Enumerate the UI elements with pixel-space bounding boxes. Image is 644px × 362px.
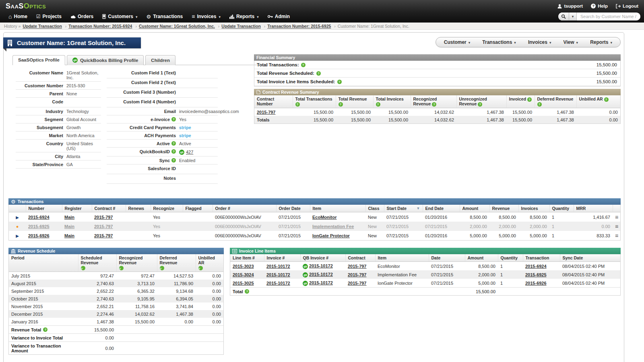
qb-invoice-link[interactable]: 2015-10172 xyxy=(309,272,333,277)
search-options-caret[interactable] xyxy=(569,12,577,21)
nav-transactions[interactable]: Transactions xyxy=(142,12,188,21)
invoice-link[interactable]: 2015-10172 xyxy=(266,281,290,286)
search-input[interactable] xyxy=(577,14,640,19)
help-icon[interactable] xyxy=(171,149,176,154)
help-icon[interactable] xyxy=(198,266,203,270)
breadcrumb-link[interactable]: Transaction Number: 2015-6925 xyxy=(267,24,331,29)
search-button[interactable] xyxy=(558,12,569,21)
line-item-link[interactable]: 2015-3024 xyxy=(233,272,254,277)
help-icon[interactable] xyxy=(478,102,482,107)
help-icon[interactable] xyxy=(81,266,85,270)
register-link[interactable]: Main xyxy=(64,233,74,238)
transaction-number-link[interactable]: 2015-6925 xyxy=(28,224,50,229)
help-icon[interactable] xyxy=(160,266,164,270)
revenue-schedule-section: Revenue Schedule Period Scheduled Revenu… xyxy=(8,248,224,355)
nav-orders[interactable]: Orders xyxy=(66,12,98,21)
quickbooksid-link[interactable]: 427 xyxy=(186,150,193,154)
quickbooks-icon xyxy=(303,264,308,269)
help-icon[interactable] xyxy=(432,102,436,107)
chevron-down-icon xyxy=(610,39,612,45)
field-value: Active xyxy=(179,141,191,146)
transaction-link[interactable]: 2015-6926 xyxy=(525,281,547,286)
contract-link[interactable]: 2015-797 xyxy=(94,233,113,238)
user-menu[interactable]: tsupport xyxy=(557,4,583,8)
help-icon[interactable] xyxy=(527,97,532,102)
row-menu-icon[interactable] xyxy=(615,234,618,239)
col-order-number: Order # xyxy=(213,205,276,212)
nav-home[interactable]: Home xyxy=(4,12,32,21)
invoice-link[interactable]: 2015-10172 xyxy=(266,264,290,269)
breadcrumb-link[interactable]: Update Transaction xyxy=(221,24,260,29)
col-renews: Renews xyxy=(126,205,151,212)
register-link[interactable]: Main xyxy=(64,224,74,229)
col-expander xyxy=(9,205,26,212)
col-contract: Contract # xyxy=(92,205,126,212)
breadcrumb-link[interactable]: Customer Name: 1Great Solution, Inc. xyxy=(139,24,215,29)
transaction-number-link[interactable]: 2015-6926 xyxy=(28,233,50,238)
nav-projects[interactable]: Projects xyxy=(32,12,66,21)
transaction-number-link[interactable]: 2015-6924 xyxy=(28,215,50,220)
transaction-link[interactable]: 2015-6925 xyxy=(525,272,547,277)
help-icon[interactable] xyxy=(171,141,176,146)
col-transaction: Transaction xyxy=(523,254,560,262)
col-total-revenue: Total Revenue xyxy=(336,95,373,108)
row-menu-icon[interactable] xyxy=(615,215,618,220)
breadcrumb-link[interactable]: Transaction Number: 2015-6924 xyxy=(68,24,132,29)
contract-link[interactable]: 2015-797 xyxy=(348,281,367,286)
line-item-link[interactable]: 2015-3025 xyxy=(233,281,254,286)
contract-link[interactable]: 2015-797 xyxy=(257,110,276,115)
contract-link[interactable]: 2015-797 xyxy=(348,264,367,269)
help-icon[interactable] xyxy=(604,97,609,102)
help-link[interactable]: ? Help xyxy=(591,4,608,8)
qb-invoice-link[interactable]: 2015-10172 xyxy=(309,263,333,268)
help-icon[interactable] xyxy=(119,266,124,270)
help-icon[interactable] xyxy=(376,102,380,107)
help-icon[interactable] xyxy=(339,102,343,107)
register-link[interactable]: Main xyxy=(64,215,74,220)
item-link[interactable]: Implementation Fee xyxy=(312,224,354,229)
contract-link[interactable]: 2015-797 xyxy=(94,224,113,229)
help-icon[interactable] xyxy=(316,71,321,76)
summary-value: 15,500.00 xyxy=(597,79,617,84)
help-icon[interactable] xyxy=(537,102,542,107)
item-link[interactable]: IonGate Protector xyxy=(312,233,350,238)
nav-reports[interactable]: Reports xyxy=(225,12,263,21)
contract-link[interactable]: 2015-797 xyxy=(348,272,367,277)
help-icon[interactable] xyxy=(295,102,300,107)
nav-invoices[interactable]: Invoices xyxy=(187,12,225,21)
sort-caret-icon[interactable]: ▼ xyxy=(417,206,420,210)
stripe-logo[interactable]: stripe xyxy=(179,133,191,138)
tab-saasoptics-profile[interactable]: SaaSOptics Profile xyxy=(12,55,65,65)
row-marker-icon[interactable] xyxy=(16,234,19,238)
row-marker-icon[interactable] xyxy=(16,224,19,229)
logout-link[interactable]: Logout xyxy=(616,4,638,8)
tab-children[interactable]: Children xyxy=(145,55,175,65)
help-icon[interactable] xyxy=(245,289,249,294)
help-icon[interactable] xyxy=(337,80,342,84)
col-start-date: Start Date▼ xyxy=(384,205,423,212)
tab-quickbooks-billing-profile[interactable]: QuickBooks Billing Profile xyxy=(67,55,144,65)
view-menu-button[interactable]: View xyxy=(563,39,578,45)
breadcrumb-link[interactable]: Customer Name: 1Great Solution, Inc. xyxy=(338,24,409,29)
breadcrumb-link[interactable]: Update Transaction xyxy=(23,24,62,29)
quickbooks-icon xyxy=(179,150,184,155)
line-item-link[interactable]: 2015-3023 xyxy=(233,264,254,269)
qb-invoice-link[interactable]: 2015-10172 xyxy=(309,280,333,285)
transaction-link[interactable]: 2015-6924 xyxy=(525,264,547,269)
reports-menu-button[interactable]: Reports xyxy=(590,39,612,45)
contract-link[interactable]: 2015-797 xyxy=(94,215,113,220)
item-link[interactable]: EcoMonitor xyxy=(312,215,337,220)
invoices-menu-button[interactable]: Invoices xyxy=(528,39,551,45)
help-icon[interactable] xyxy=(171,117,176,121)
nav-customers[interactable]: Customers xyxy=(98,12,142,21)
saasoptics-logo[interactable]: SaaSOptics xyxy=(6,2,46,10)
stripe-logo[interactable]: stripe xyxy=(179,125,191,130)
row-menu-icon[interactable] xyxy=(615,224,618,229)
transactions-menu-button[interactable]: Transactions xyxy=(482,39,516,45)
invoice-link[interactable]: 2015-10172 xyxy=(266,272,290,277)
help-icon[interactable] xyxy=(171,158,176,162)
help-icon[interactable] xyxy=(43,327,47,332)
nav-admin[interactable]: Admin xyxy=(263,12,294,21)
customer-menu-button[interactable]: Customer xyxy=(444,39,471,45)
row-marker-icon[interactable] xyxy=(16,215,19,220)
